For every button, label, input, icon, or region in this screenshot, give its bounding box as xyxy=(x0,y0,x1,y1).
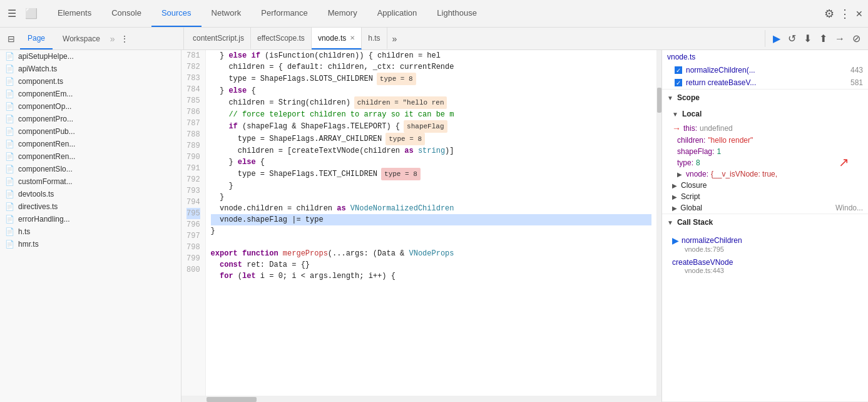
right-panel: vnode.ts normalizeChildren(... 443 retur… xyxy=(661,50,868,402)
step-out-button[interactable]: ⬆ xyxy=(817,30,830,47)
scroll-bar[interactable] xyxy=(656,50,661,396)
nav-icons: ☰ ⬜ xyxy=(5,5,48,22)
sidebar-item[interactable]: 📄 apiWatch.ts xyxy=(0,63,181,75)
panel-toggle-icon[interactable]: ⊟ xyxy=(5,31,18,46)
sidebar-item[interactable]: 📄 devtools.ts xyxy=(0,188,181,200)
checkbox-normalize[interactable] xyxy=(675,66,682,74)
tab-network[interactable]: Network xyxy=(202,0,252,27)
sidebar-item[interactable]: 📄 componentRen... xyxy=(0,150,181,163)
tab-workspace[interactable]: Workspace xyxy=(55,28,108,49)
badge-787: shapeFlag xyxy=(404,120,447,133)
file-tab-effectscope[interactable]: effectScope.ts xyxy=(251,28,312,49)
code-line-795: vnode.shapeFlag |= type xyxy=(211,214,651,225)
sidebar-item[interactable]: 📄 hmr.ts xyxy=(0,238,181,250)
code-lines[interactable]: } else if (isFunction(children)) { child… xyxy=(206,50,656,396)
file-icon: 📄 xyxy=(5,77,14,86)
scroll-thumb xyxy=(657,88,661,113)
badge-791: type = 8 xyxy=(381,168,421,180)
horizontal-scrollbar[interactable] xyxy=(181,396,661,402)
sidebar-item[interactable]: 📄 component.ts xyxy=(0,75,181,88)
callstack-item-createbase[interactable]: createBaseVNode vnode.ts:443 xyxy=(662,255,868,277)
sidebar-item[interactable]: 📄 directives.ts xyxy=(0,200,181,213)
checkbox-createbase[interactable] xyxy=(675,79,682,86)
sidebar-item[interactable]: 📄 componentEm... xyxy=(0,88,181,100)
sidebar-item[interactable]: 📄 componentOp... xyxy=(0,100,181,113)
call-stack-section: ▼ Call Stack ▶ normalizeChildren vnode.t… xyxy=(662,214,868,402)
file-icon: 📄 xyxy=(5,227,14,236)
tab-console[interactable]: Console xyxy=(101,0,151,27)
settings-icon[interactable]: ⚙ xyxy=(824,7,834,21)
sidebar-item[interactable]: 📄 customFormat... xyxy=(0,175,181,188)
tab-elements[interactable]: Elements xyxy=(48,0,101,27)
resume-button[interactable]: ▶ xyxy=(770,30,783,47)
sidebar-item[interactable]: 📄 componentSlo... xyxy=(0,163,181,175)
local-triangle-icon: ▼ xyxy=(672,111,678,118)
deactivate-breakpoints-button[interactable]: ⊘ xyxy=(850,30,863,47)
scope-children: children: "hello render" xyxy=(662,135,868,146)
tab-sources[interactable]: Sources xyxy=(151,0,202,27)
code-content: 781 782 783 784 785 786 787 788 789 790 … xyxy=(181,50,661,396)
code-line-796: } xyxy=(211,225,651,237)
scope-vnode[interactable]: ▶ vnode: {__v_isVNode: true, xyxy=(662,168,868,180)
file-icon: 📄 xyxy=(5,52,14,61)
sidebar-item[interactable]: 📄 h.ts xyxy=(0,225,181,238)
expand-closure-icon[interactable]: ▶ xyxy=(672,182,677,189)
toolbar-buttons: ▶ ↺ ⬇ ⬆ → ⊘ xyxy=(765,30,868,47)
code-line-783: type = ShapeFlags.SLOTS_CHILDREN type = … xyxy=(211,73,651,85)
sidebar-item[interactable]: 📄 apiSetupHelpe... xyxy=(0,50,181,63)
file-tab-vnode[interactable]: vnode.ts ✕ xyxy=(312,28,362,49)
code-line-786: // force teleport children to array so i… xyxy=(211,109,651,120)
nav-tabs: Elements Console Sources Network Perform… xyxy=(48,0,487,27)
local-header[interactable]: ▼ Local xyxy=(662,106,868,122)
close-devtools-icon[interactable]: ✕ xyxy=(855,9,863,19)
sub-nav: ⊟ Page Workspace » ⋮ contentScript.js ef… xyxy=(0,28,868,50)
step-into-button[interactable]: ⬇ xyxy=(801,30,814,47)
file-icon: 📄 xyxy=(5,215,14,224)
file-tab-h[interactable]: h.ts xyxy=(362,28,387,49)
file-icon: 📄 xyxy=(5,240,14,249)
tab-page[interactable]: Page xyxy=(20,28,53,49)
callstack-item-normalize[interactable]: ▶ normalizeChildren vnode.ts:795 xyxy=(662,233,868,255)
expand-vnode-icon[interactable]: ▶ xyxy=(677,171,682,178)
vnode-file-item[interactable]: vnode.ts xyxy=(662,50,868,64)
sidebar-item[interactable]: 📄 componentRen... xyxy=(0,138,181,150)
more-options-icon[interactable]: ⋮ xyxy=(839,7,850,21)
h-scroll-thumb xyxy=(207,397,257,402)
code-line-794: vnode.children = children as VNodeNormal… xyxy=(211,203,651,214)
sidebar-item[interactable]: 📄 componentPub... xyxy=(0,125,181,138)
devtools-icon[interactable]: ☰ xyxy=(5,5,19,22)
expand-global-icon[interactable]: ▶ xyxy=(672,205,677,212)
scope-script[interactable]: ▶ Script xyxy=(662,191,868,202)
tab-application[interactable]: Application xyxy=(367,0,427,27)
create-base-v-item[interactable]: return createBaseV... 581 xyxy=(662,76,868,89)
nav-right: ⚙ ⋮ ✕ xyxy=(824,7,863,21)
line-numbers: 781 782 783 784 785 786 787 788 789 790 … xyxy=(181,50,206,396)
file-tab-contentscript[interactable]: contentScript.js xyxy=(186,28,251,49)
expand-script-icon[interactable]: ▶ xyxy=(672,193,677,200)
badge-785: children = "hello ren xyxy=(354,96,447,109)
scope-closure[interactable]: ▶ Closure xyxy=(662,180,868,191)
step-over-button[interactable]: ↺ xyxy=(785,30,799,47)
sub-nav-left: ⊟ Page Workspace » ⋮ xyxy=(3,28,184,49)
scope-triangle-icon: ▼ xyxy=(667,95,673,101)
tab-lighthouse[interactable]: Lighthouse xyxy=(427,0,487,27)
code-line-784: } else { xyxy=(211,85,651,96)
callstack-triangle-icon: ▼ xyxy=(667,219,673,226)
more-tabs-icon[interactable]: » xyxy=(110,34,115,44)
step-button[interactable]: → xyxy=(832,31,847,47)
dock-icon[interactable]: ⬜ xyxy=(23,5,40,22)
tab-performance[interactable]: Performance xyxy=(251,0,317,27)
top-nav: ☰ ⬜ Elements Console Sources Network Per… xyxy=(0,0,868,28)
sub-kebab-icon[interactable]: ⋮ xyxy=(118,31,131,46)
scope-global[interactable]: ▶ Global Windo... xyxy=(662,202,868,214)
tab-memory[interactable]: Memory xyxy=(318,0,367,27)
sidebar-item[interactable]: 📄 errorHandling... xyxy=(0,213,181,225)
call-stack-header[interactable]: ▼ Call Stack xyxy=(662,214,868,230)
file-icon: 📄 xyxy=(5,190,14,198)
file-icon: 📄 xyxy=(5,102,14,111)
more-file-tabs-icon[interactable]: » xyxy=(387,34,402,44)
normalize-children-item[interactable]: normalizeChildren(... 443 xyxy=(662,64,868,76)
scope-header[interactable]: ▼ Scope xyxy=(662,90,868,106)
close-tab-icon[interactable]: ✕ xyxy=(350,34,355,41)
sidebar-item[interactable]: 📄 componentPro... xyxy=(0,113,181,125)
